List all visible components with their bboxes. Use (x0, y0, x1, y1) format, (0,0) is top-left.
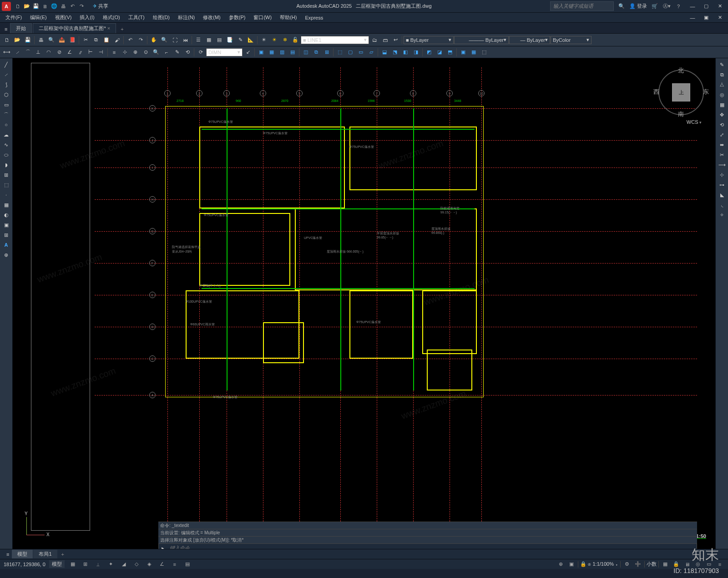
dim-quick-icon[interactable]: ⫽ (75, 47, 85, 57)
block-icon[interactable]: ⬚ (1, 180, 12, 189)
menu-file[interactable]: 文件(F) (2, 13, 25, 22)
search-icon[interactable]: 🔍 (617, 2, 626, 10)
rect-icon[interactable]: ▭ (1, 100, 12, 109)
paste-icon[interactable]: 📋 (101, 35, 111, 45)
doc-minimize[interactable]: — (686, 13, 699, 22)
coords[interactable]: 181677, 129386, 0 (4, 562, 46, 567)
dim-space-icon[interactable]: ≡ (109, 47, 119, 57)
iso-icon[interactable]: ◢ (119, 560, 128, 568)
rotate-icon[interactable]: ⟲ (717, 120, 728, 129)
break-icon[interactable]: ⊹ (717, 170, 728, 179)
spline-icon[interactable]: ∿ (1, 140, 12, 149)
open-icon[interactable]: 📂 (23, 2, 31, 10)
status-model[interactable]: 模型 (49, 560, 65, 568)
cut-icon[interactable]: ✂ (81, 35, 91, 45)
b11-icon[interactable]: ▱ (366, 47, 376, 57)
trim-icon[interactable]: ✂ (717, 150, 728, 159)
menu-view[interactable]: 视图(V) (51, 13, 76, 22)
line-icon[interactable]: ╱ (1, 60, 12, 69)
menu-edit[interactable]: 编辑(E) (26, 13, 51, 22)
units-label[interactable]: 小数 (647, 561, 657, 568)
preview-icon[interactable]: 🔍 (46, 35, 56, 45)
tabbar-menu[interactable]: ≡ (2, 25, 10, 33)
cart-icon[interactable]: 🛒 (651, 2, 659, 10)
b21-icon[interactable]: ⬚ (479, 47, 489, 57)
dim-dia-icon[interactable]: ⊘ (54, 47, 64, 57)
layermgr-icon[interactable]: 🗂 (369, 35, 379, 45)
saveas-icon[interactable]: 🗎 (41, 2, 49, 10)
b8-icon[interactable]: ⬚ (335, 47, 345, 57)
close-tab-icon[interactable]: × (107, 25, 110, 31)
explode-icon[interactable]: ✧ (717, 210, 728, 219)
menu-help[interactable]: 帮助(H) (276, 13, 300, 22)
b9-icon[interactable]: ▢ (345, 47, 355, 57)
copy-icon[interactable]: ⧉ (717, 70, 728, 79)
polygon-icon[interactable]: ⬡ (1, 90, 12, 99)
ellipse-icon[interactable]: ⬭ (1, 150, 12, 159)
b6-icon[interactable]: ⧉ (311, 47, 321, 57)
command-input[interactable] (170, 545, 694, 549)
layer3-icon[interactable]: ❄ (280, 35, 290, 45)
publish-icon[interactable]: 📤 (57, 35, 67, 45)
mirror-icon[interactable]: ⧊ (717, 80, 728, 89)
dim-cont-icon[interactable]: ⊣ (96, 47, 106, 57)
menu-tools[interactable]: 工具(T) (125, 13, 148, 22)
b15-icon[interactable]: ◨ (411, 47, 421, 57)
close-button[interactable]: ✕ (713, 2, 726, 11)
markup-icon[interactable]: ✎ (235, 35, 245, 45)
zoomprev-icon[interactable]: ⏮ (180, 35, 190, 45)
b2-icon[interactable]: ▦ (267, 47, 277, 57)
pline-icon[interactable]: ⟆ (1, 80, 12, 89)
tolerance-icon[interactable]: ⊕ (130, 47, 140, 57)
ellipsearc-icon[interactable]: ◗ (1, 160, 12, 169)
b17-icon[interactable]: ◪ (435, 47, 445, 57)
dim-break-icon[interactable]: ⊹ (120, 47, 130, 57)
dimedit-icon[interactable]: ✎ (172, 47, 182, 57)
match-icon[interactable]: 🖌 (112, 35, 122, 45)
new-icon[interactable]: 🗋 (2, 35, 12, 45)
save-icon[interactable]: 💾 (32, 2, 40, 10)
centermark-icon[interactable]: ⊙ (141, 47, 151, 57)
scale-icon[interactable]: ⤢ (717, 130, 728, 139)
tab-layout-add[interactable]: + (58, 550, 68, 558)
dimupdate-icon[interactable]: ⟳ (196, 47, 206, 57)
mtabs-menu[interactable]: ≡ (4, 551, 12, 558)
copy-icon[interactable]: ⧉ (91, 35, 101, 45)
zoomwin-icon[interactable]: ⛶ (170, 35, 180, 45)
extend-icon[interactable]: ⟶ (717, 160, 728, 169)
layer-icon[interactable]: ☀ (259, 35, 269, 45)
osnap-icon[interactable]: ◇ (132, 560, 141, 568)
lw-icon[interactable]: ≡ (170, 560, 179, 568)
plot-icon[interactable]: 🖶 (59, 2, 67, 10)
zoom-icon[interactable]: 🔍 (159, 35, 169, 45)
join-icon[interactable]: ⊶ (717, 180, 728, 189)
props-icon[interactable]: ☰ (193, 35, 203, 45)
revcloud-icon[interactable]: ☁ (1, 130, 12, 139)
layer-select[interactable]: ■ LINE1▾ (301, 36, 369, 44)
menu-dim[interactable]: 标注(N) (174, 13, 198, 22)
sb-r2-icon[interactable]: ▣ (567, 560, 576, 568)
dimstyle-icon[interactable]: ↙ (243, 47, 253, 57)
b1-icon[interactable]: ▣ (256, 47, 266, 57)
b16-icon[interactable]: ◩ (424, 47, 434, 57)
tab-layout[interactable]: 布局1 (33, 550, 57, 558)
open-icon[interactable]: 📂 (12, 35, 22, 45)
menu-param[interactable]: 参数(P) (225, 13, 249, 22)
erase-icon[interactable]: ✎ (717, 60, 728, 69)
hatch-icon[interactable]: ▦ (1, 200, 12, 209)
pan-icon[interactable]: ✋ (149, 35, 159, 45)
undo-icon[interactable]: ↶ (125, 35, 135, 45)
web-icon[interactable]: 🌐 (50, 2, 58, 10)
doc-restore[interactable]: ▣ (700, 13, 713, 22)
xline-icon[interactable]: ⟋ (1, 70, 12, 79)
sb-r1-icon[interactable]: ⊕ (556, 560, 565, 568)
dim-arc-icon[interactable]: ⌒ (23, 47, 33, 57)
move-icon[interactable]: ✥ (717, 110, 728, 119)
point-icon[interactable]: · (1, 190, 12, 199)
menu-draw[interactable]: 绘图(D) (149, 13, 173, 22)
undo-icon[interactable]: ↶ (68, 2, 76, 10)
app-menu-icon[interactable]: Ⓐ▾ (662, 2, 671, 10)
tab-document[interactable]: 二层框架中国古典别墅施工图* × (33, 23, 116, 33)
b7-icon[interactable]: ⊞ (322, 47, 332, 57)
viewcube[interactable]: 上 北 南 东 西 WCS ▾ (656, 67, 706, 117)
